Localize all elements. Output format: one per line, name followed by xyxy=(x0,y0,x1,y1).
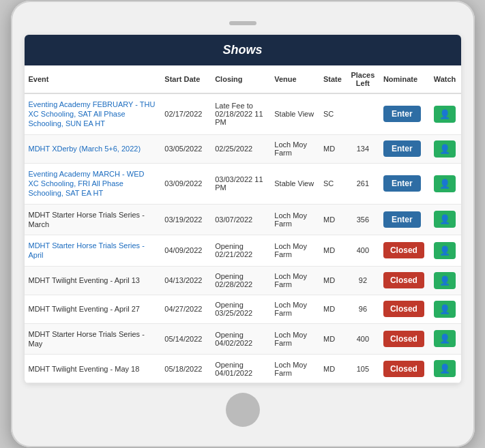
event-link[interactable]: MDHT XDerby (March 5+6, 2022) xyxy=(29,145,141,153)
state-cell: SC xyxy=(319,163,347,204)
closing-cell: Opening 02/28/2022 xyxy=(211,266,270,295)
places-left-cell: 400 xyxy=(347,323,379,355)
event-name-cell: MDHT Starter Horse Trials Series - April xyxy=(25,235,161,267)
event-link[interactable]: Eventing Academy MARCH - WED XC Schoolin… xyxy=(29,170,145,198)
places-left-cell: 92 xyxy=(347,266,379,295)
event-link[interactable]: MDHT Starter Horse Trials Series - April xyxy=(29,241,145,259)
watch-cell: 👤 xyxy=(430,235,461,267)
closing-cell: Opening 03/25/2022 xyxy=(211,295,270,323)
watch-cell: 👤 xyxy=(430,93,461,134)
venue-cell: Loch Moy Farm xyxy=(270,266,319,295)
start-date-cell: 02/17/2022 xyxy=(160,93,211,134)
event-name-cell: MDHT Starter Horse Trials Series - March xyxy=(25,204,161,235)
page-title: Shows xyxy=(35,43,450,57)
table-row: MDHT Twilight Eventing - May 1805/18/202… xyxy=(25,355,461,383)
watch-button[interactable]: 👤 xyxy=(434,242,456,259)
venue-cell: Loch Moy Farm xyxy=(270,235,319,267)
watch-cell: 👤 xyxy=(430,163,461,204)
nominate-cell: Closed xyxy=(379,235,430,267)
nominate-cell: Enter xyxy=(379,163,430,204)
shows-table: Event Start Date Closing Venue State Pla… xyxy=(25,65,461,384)
table-row: MDHT Starter Horse Trials Series - March… xyxy=(25,204,461,235)
watch-button[interactable]: 👤 xyxy=(434,175,456,192)
table-row: Eventing Academy FEBRUARY - THU XC Schoo… xyxy=(25,93,461,134)
start-date-cell: 03/19/2022 xyxy=(160,204,211,235)
state-cell: MD xyxy=(319,323,347,355)
start-date-cell: 05/18/2022 xyxy=(160,355,211,383)
screen: Shows Event Start Date Closing Venue Sta… xyxy=(25,35,461,384)
state-cell: MD xyxy=(319,204,347,235)
closed-button[interactable]: Closed xyxy=(383,242,424,258)
event-name-cell: MDHT Starter Horse Trials Series - May xyxy=(25,323,161,355)
enter-button[interactable]: Enter xyxy=(383,106,421,122)
venue-cell: Loch Moy Farm xyxy=(270,204,319,235)
event-name-cell: Eventing Academy FEBRUARY - THU XC Schoo… xyxy=(25,93,161,134)
venue-cell: Loch Moy Farm xyxy=(270,295,319,323)
col-header-venue: Venue xyxy=(270,65,319,93)
watch-button[interactable]: 👤 xyxy=(434,330,456,347)
col-header-places: Places Left xyxy=(347,65,379,93)
col-header-closing: Closing xyxy=(211,65,270,93)
table-header-row: Event Start Date Closing Venue State Pla… xyxy=(25,65,461,93)
start-date-cell: 04/13/2022 xyxy=(160,266,211,295)
col-header-start: Start Date xyxy=(160,65,211,93)
watch-cell: 👤 xyxy=(430,134,461,163)
venue-cell: Stable View xyxy=(270,93,319,134)
event-link[interactable]: Eventing Academy FEBRUARY - THU XC Schoo… xyxy=(29,100,156,128)
start-date-cell: 04/09/2022 xyxy=(160,235,211,267)
start-date-cell: 03/05/2022 xyxy=(160,134,211,163)
col-header-nominate: Nominate xyxy=(379,65,430,93)
tablet-home-button[interactable] xyxy=(226,393,260,427)
state-cell: MD xyxy=(319,355,347,383)
start-date-cell: 03/09/2022 xyxy=(160,163,211,204)
enter-button[interactable]: Enter xyxy=(383,140,421,157)
col-header-state: State xyxy=(319,65,347,93)
places-left-cell: 356 xyxy=(347,204,379,235)
watch-button[interactable]: 👤 xyxy=(434,360,456,377)
col-header-watch: Watch xyxy=(430,65,461,93)
watch-cell: 👤 xyxy=(430,204,461,235)
state-cell: MD xyxy=(319,295,347,323)
venue-cell: Loch Moy Farm xyxy=(270,355,319,383)
places-left-cell xyxy=(347,93,379,134)
start-date-cell: 04/27/2022 xyxy=(160,295,211,323)
tablet-frame: Shows Event Start Date Closing Venue Sta… xyxy=(11,1,475,448)
nominate-cell: Closed xyxy=(379,323,430,355)
nominate-cell: Closed xyxy=(379,355,430,383)
closed-button[interactable]: Closed xyxy=(383,301,424,317)
venue-cell: Loch Moy Farm xyxy=(270,323,319,355)
table-row: Eventing Academy MARCH - WED XC Schoolin… xyxy=(25,163,461,204)
start-date-cell: 05/14/2022 xyxy=(160,323,211,355)
watch-cell: 👤 xyxy=(430,355,461,383)
venue-cell: Stable View xyxy=(270,163,319,204)
table-header-bar: Shows xyxy=(25,35,461,65)
enter-button[interactable]: Enter xyxy=(383,211,421,228)
watch-button[interactable]: 👤 xyxy=(434,301,456,318)
places-left-cell: 105 xyxy=(347,355,379,383)
closing-cell: Late Fee to 02/18/2022 11 PM xyxy=(211,93,270,134)
closed-button[interactable]: Closed xyxy=(383,331,424,347)
nominate-cell: Closed xyxy=(379,295,430,323)
watch-button[interactable]: 👤 xyxy=(434,106,456,123)
state-cell: MD xyxy=(319,134,347,163)
closed-button[interactable]: Closed xyxy=(383,272,424,288)
watch-button[interactable]: 👤 xyxy=(434,140,456,158)
places-left-cell: 96 xyxy=(347,295,379,323)
closed-button[interactable]: Closed xyxy=(383,361,424,377)
watch-cell: 👤 xyxy=(430,323,461,355)
closing-cell: Opening 04/02/2022 xyxy=(211,323,270,355)
closing-cell: Opening 04/01/2022 xyxy=(211,355,270,383)
watch-button[interactable]: 👤 xyxy=(434,272,456,289)
closing-cell: Opening 02/21/2022 xyxy=(211,235,270,267)
venue-cell: Loch Moy Farm xyxy=(270,134,319,163)
event-name-cell: MDHT Twilight Eventing - May 18 xyxy=(25,355,161,383)
table-row: MDHT Twilight Eventing - April 1304/13/2… xyxy=(25,266,461,295)
watch-button[interactable]: 👤 xyxy=(434,211,456,228)
watch-cell: 👤 xyxy=(430,266,461,295)
places-left-cell: 261 xyxy=(347,163,379,204)
nominate-cell: Enter xyxy=(379,204,430,235)
table-row: MDHT Twilight Eventing - April 2704/27/2… xyxy=(25,295,461,323)
enter-button[interactable]: Enter xyxy=(383,175,421,192)
nominate-cell: Enter xyxy=(379,93,430,134)
state-cell: MD xyxy=(319,266,347,295)
